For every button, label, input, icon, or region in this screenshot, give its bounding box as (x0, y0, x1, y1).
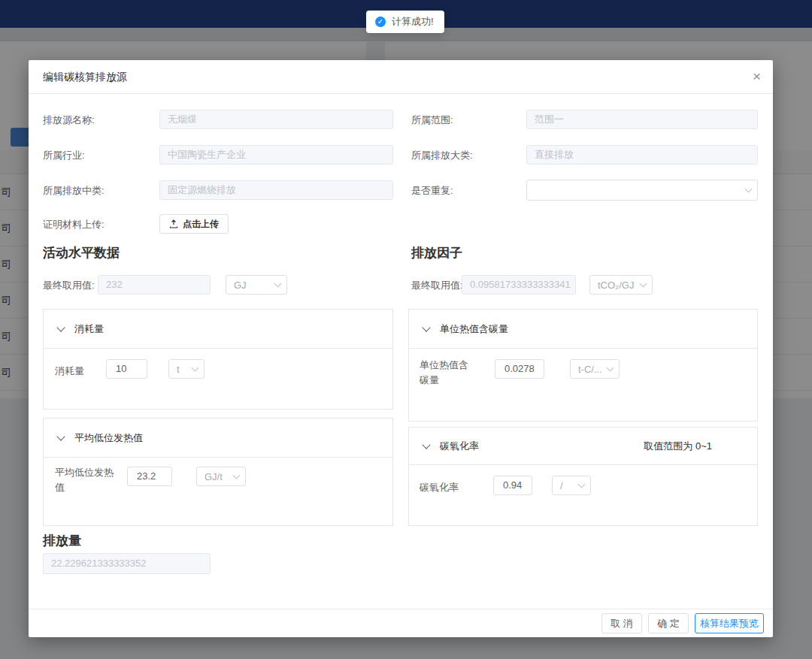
middle-category-input: 固定源燃烧排放 (159, 180, 393, 200)
consumption-unit-value: t (177, 364, 180, 375)
cancel-button[interactable]: 取 消 (601, 613, 642, 633)
activity-unit-value: GJ (234, 280, 247, 291)
calorific-unit-select: GJ/t (196, 467, 246, 486)
edit-emission-source-dialog: 编辑碳核算排放源 × 排放源名称: 无烟煤 所属范围: 范围一 所属行业: 中国… (29, 60, 773, 637)
activity-final-input: 232 (98, 275, 211, 295)
carbon-content-panel-header[interactable]: 单位热值含碳量 (409, 310, 757, 349)
chevron-down-icon (192, 364, 199, 371)
consumption-row-label: 消耗量 (55, 364, 84, 379)
upload-button-label: 点击上传 (183, 218, 219, 231)
carbon-content-row-label: 单位热值含碳量 (420, 358, 474, 388)
chevron-down-icon (56, 432, 65, 440)
emission-heading: 排放量 (43, 532, 81, 549)
calorific-panel-header[interactable]: 平均低位发热值 (44, 419, 392, 458)
major-category-label: 所属排放大类: (411, 149, 473, 162)
consumption-unit-select: t (168, 359, 205, 379)
calorific-input[interactable]: 23.2 (127, 467, 172, 486)
close-icon[interactable]: × (753, 68, 761, 85)
chevron-down-icon (422, 440, 430, 449)
chevron-down-icon (745, 185, 753, 192)
oxidation-input[interactable]: 0.94 (493, 476, 532, 495)
calorific-panel-title: 平均低位发热值 (74, 431, 143, 445)
consumption-input[interactable]: 10 (106, 359, 147, 379)
activity-data-heading: 活动水平数据 (43, 244, 120, 261)
carbon-content-panel: 单位热值含碳量 单位热值含碳量 0.0278 t-C/... (408, 309, 758, 422)
scope-label: 所属范围: (411, 113, 453, 127)
factor-final-input: 0.09581733333333341 (462, 275, 576, 295)
upload-label: 证明材料上传: (43, 218, 105, 231)
preview-result-button[interactable]: 核算结果预览 (695, 613, 764, 633)
dialog-title: 编辑碳核算排放源 (43, 71, 127, 84)
chevron-down-icon (274, 280, 282, 287)
check-circle-icon: ✓ (375, 17, 386, 27)
oxidation-panel-title: 碳氧化率 (440, 440, 479, 453)
carbon-content-panel-title: 单位热值含碳量 (440, 322, 508, 336)
upload-button[interactable]: 点击上传 (159, 214, 229, 234)
activity-final-label: 最终取用值: (43, 279, 95, 292)
emission-value-input: 22.229621333333352 (43, 553, 211, 574)
chevron-down-icon (56, 323, 65, 331)
success-toast: ✓ 计算成功! (366, 11, 444, 33)
industry-label: 所属行业: (43, 149, 85, 162)
factor-unit-value: tCO₂/GJ (598, 280, 634, 291)
source-name-input: 无烟煤 (159, 110, 393, 129)
consumption-panel: 消耗量 消耗量 10 t (43, 309, 393, 410)
chevron-down-icon (640, 280, 647, 287)
chevron-down-icon (607, 364, 614, 371)
activity-unit-select: GJ (226, 275, 287, 295)
oxidation-row-label: 碳氧化率 (420, 480, 459, 495)
is-duplicate-select[interactable] (526, 180, 758, 201)
chevron-down-icon (422, 323, 430, 331)
source-name-label: 排放源名称: (43, 113, 95, 127)
chevron-down-icon (578, 480, 586, 488)
oxidation-range-hint: 取值范围为 0~1 (644, 440, 712, 453)
oxidation-panel-header[interactable]: 碳氧化率 取值范围为 0~1 (409, 428, 757, 465)
toast-message: 计算成功! (392, 15, 434, 29)
upload-icon (169, 219, 178, 228)
carbon-content-input[interactable]: 0.0278 (495, 359, 544, 379)
oxidation-unit-select: / (552, 476, 591, 495)
major-category-input: 直接排放 (526, 145, 758, 165)
carbon-content-unit-value: t-C/... (578, 364, 602, 375)
calorific-panel: 平均低位发热值 平均低位发热值 23.2 GJ/t (43, 418, 393, 526)
confirm-button[interactable]: 确 定 (648, 613, 689, 633)
carbon-content-unit-select: t-C/... (570, 359, 620, 379)
footer-divider (29, 609, 773, 609)
consumption-panel-header[interactable]: 消耗量 (44, 310, 392, 349)
is-duplicate-label: 是否重复: (411, 184, 453, 198)
factor-unit-select: tCO₂/GJ (589, 275, 653, 295)
calorific-row-label: 平均低位发热值 (55, 465, 117, 495)
chevron-down-icon (233, 471, 241, 479)
calorific-unit-value: GJ/t (205, 471, 223, 482)
oxidation-panel: 碳氧化率 取值范围为 0~1 碳氧化率 0.94 / (408, 427, 758, 526)
middle-category-label: 所属排放中类: (43, 184, 105, 198)
consumption-panel-title: 消耗量 (74, 322, 104, 336)
emission-factor-heading: 排放因子 (411, 244, 462, 261)
scope-input: 范围一 (526, 110, 758, 129)
industry-input: 中国陶瓷生产企业 (159, 145, 393, 165)
dialog-header: 编辑碳核算排放源 × (29, 60, 773, 94)
oxidation-unit-value: / (560, 480, 563, 491)
factor-final-label: 最终取用值: (411, 279, 463, 292)
